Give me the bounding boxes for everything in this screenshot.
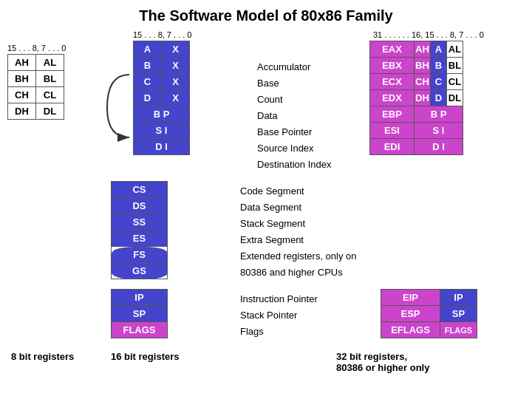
reg-edx: EDX	[370, 90, 415, 106]
table-row: CH CL	[8, 87, 64, 103]
reg-ecx-c: C	[431, 74, 447, 90]
table-row: ESP SP	[381, 306, 477, 322]
reg-sp: SP	[112, 306, 168, 322]
ptr-section-32: EIP IP ESP SP EFLAGS FLAGS	[366, 289, 514, 339]
ptr-table-32: EIP IP ESP SP EFLAGS FLAGS	[381, 289, 477, 338]
reg-bp: B P	[134, 106, 190, 123]
reg-ah: AH	[8, 55, 36, 71]
reg-eax-al: AL	[447, 41, 463, 58]
table-row: BH BL	[8, 71, 64, 87]
reg-dx-hi: D	[134, 90, 162, 106]
table-row: FLAGS	[112, 322, 168, 338]
section-labels: Accumulator Base Count Data Base Pointer…	[251, 30, 369, 172]
reg-cx-hi: C	[134, 74, 162, 90]
reg-eflags-flags: FLAGS	[440, 322, 477, 338]
table-row: ESI S I	[370, 123, 463, 139]
ptr-table-16: IP SP FLAGS	[111, 289, 168, 338]
label-accumulator: Accumulator	[257, 58, 369, 75]
reg-ebx-bh: BH	[415, 58, 431, 74]
label-flags: Flags	[240, 323, 366, 339]
reg-dl: DL	[36, 103, 64, 120]
label-8bit: 8 bit registers	[7, 351, 103, 373]
seg-area: CS DS SS ES FS GS Code Segment Data Segm…	[0, 172, 532, 280]
bit-label-16: 15 . . . 8, 7 . . . 0	[133, 30, 251, 39]
reg-eip: EIP	[381, 290, 440, 306]
ptr-labels: Instruction Pointer Stack Pointer Flags	[233, 289, 366, 339]
reg-eip-ip: IP	[440, 290, 477, 306]
reg-ebx: EBX	[370, 58, 415, 74]
reg-ax-lo: X	[162, 41, 190, 58]
reg-ebp: EBP	[370, 106, 415, 123]
section-8bit: 15 . . . 8, 7 . . . 0 AH AL BH BL CH CL …	[7, 30, 103, 172]
reg-flags: FLAGS	[112, 322, 168, 338]
label-data: Data	[257, 107, 369, 123]
seg-table-16: CS DS SS ES FS GS	[111, 181, 168, 279]
reg-eax: EAX	[370, 41, 415, 58]
table-row: EBP B P	[370, 106, 463, 123]
table-row: CS	[112, 182, 168, 198]
reg-esp: ESP	[381, 306, 440, 322]
reg-dh: DH	[8, 103, 36, 120]
table-row: D X	[134, 90, 190, 106]
bottom-labels: 8 bit registers 16 bit registers 32 bit …	[0, 345, 532, 373]
reg-ebx-bl: BL	[447, 58, 463, 74]
table-row: FS	[112, 247, 168, 263]
label-ip: Instruction Pointer	[240, 290, 366, 307]
reg-cl: CL	[36, 87, 64, 103]
reg-ebx-b: B	[431, 58, 447, 74]
reg-ip: IP	[112, 290, 168, 306]
table-row: EAX AH A AL	[370, 41, 463, 58]
reg-eflags: EFLAGS	[381, 322, 440, 338]
reg-eax-a: A	[431, 41, 447, 58]
table-row: S I	[134, 123, 190, 139]
reg-ebp-bp: B P	[415, 106, 463, 123]
reg-ecx-cl: CL	[447, 74, 463, 90]
reg-ax-hi: A	[134, 41, 162, 58]
ptr-area: IP SP FLAGS Instruction Pointer Stack Po…	[0, 280, 532, 339]
reg-bx-hi: B	[134, 58, 162, 74]
reg-dx-lo: X	[162, 90, 190, 106]
bit-label-8: 15 . . . 8, 7 . . . 0	[7, 44, 103, 52]
label-dest-index: Destination Index	[257, 156, 369, 172]
reg-fs: FS	[112, 247, 168, 263]
table-row: EBX BH B BL	[370, 58, 463, 74]
reg-esi: ESI	[370, 123, 415, 139]
table-row: B X	[134, 58, 190, 74]
table-row: EIP IP	[381, 290, 477, 306]
reg-table-32: EAX AH A AL EBX BH B BL ECX CH C CL EDX …	[369, 41, 463, 155]
table-row: B P	[134, 106, 190, 123]
table-row: SS	[112, 214, 168, 231]
section-32bit: 31 . . . . . . 16, 15 . . . 8, 7 . . . 0…	[369, 30, 525, 172]
table-row: DH DL	[8, 103, 64, 120]
seg-section-16: CS DS SS ES FS GS	[111, 181, 233, 280]
reg-table-16: A X B X C X D X B P S I D I	[133, 41, 190, 155]
reg-bx-lo: X	[162, 58, 190, 74]
label-base: Base	[257, 75, 369, 91]
table-row: GS	[112, 263, 168, 279]
reg-cx-lo: X	[162, 74, 190, 90]
reg-bh: BH	[8, 71, 36, 87]
label-source-index: Source Index	[257, 140, 369, 156]
reg-eax-ah: AH	[415, 41, 431, 58]
seg-labels: Code Segment Data Segment Stack Segment …	[233, 181, 381, 280]
reg-edx-dl: DL	[447, 90, 463, 106]
table-row: EFLAGS FLAGS	[381, 322, 477, 338]
reg-ss: SS	[112, 214, 168, 231]
reg-es: ES	[112, 231, 168, 247]
reg-di: D I	[134, 139, 190, 155]
reg-ecx-ch: CH	[415, 74, 431, 90]
label-extended-1: Extended registers, only on	[240, 248, 381, 264]
ptr-section-16: IP SP FLAGS	[111, 289, 233, 339]
label-16bit: 16 bit registers	[111, 351, 233, 373]
label-stack-seg: Stack Segment	[240, 215, 381, 231]
bit-label-32: 31 . . . . . . 16, 15 . . . 8, 7 . . . 0	[369, 30, 525, 39]
table-row: ECX CH C CL	[370, 74, 463, 90]
table-row: DS	[112, 198, 168, 214]
table-row: AH AL	[8, 55, 64, 71]
section-16bit: 15 . . . 8, 7 . . . 0 A X B X C X D X B …	[133, 30, 251, 172]
reg-gs: GS	[112, 263, 168, 279]
label-32bit: 32 bit registers,80386 or higher only	[336, 351, 429, 373]
label-extra-seg: Extra Segment	[240, 231, 381, 248]
table-row: ES	[112, 231, 168, 247]
reg-edx-d: D	[431, 90, 447, 106]
